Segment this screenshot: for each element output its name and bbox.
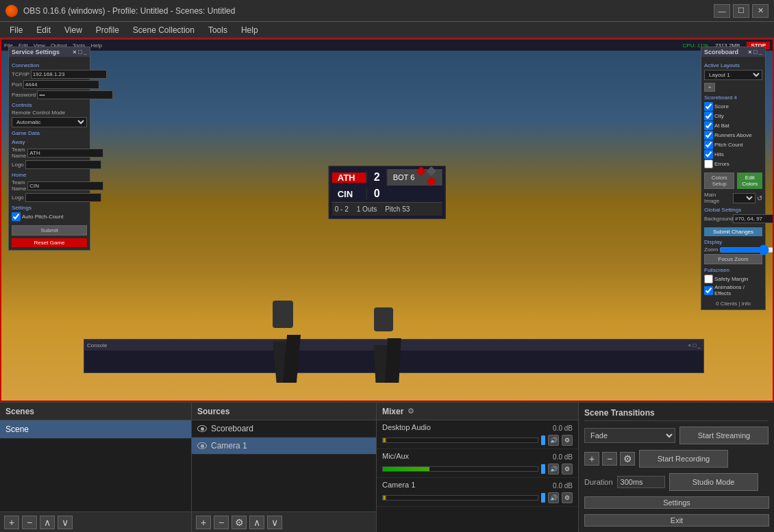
camera1-fader[interactable] [541, 493, 545, 503]
inner-submit-btn[interactable]: Submit [12, 225, 87, 236]
duration-input[interactable] [617, 476, 665, 488]
inner-reset-btn[interactable]: Reset Game [12, 238, 87, 247]
scene-remove-button[interactable]: − [22, 516, 37, 529]
scene-add-button[interactable]: + [4, 516, 19, 529]
source-up-button[interactable]: ∧ [249, 516, 264, 529]
score-bottom-row: 0 - 2 1 Outs Pitch 53 [332, 202, 442, 216]
menu-tools[interactable]: Tools [201, 22, 234, 38]
outs-info: 0 - 2 [335, 205, 349, 213]
inner-main-image-select[interactable] [733, 193, 756, 203]
inner-zoom-slider[interactable] [719, 247, 774, 253]
menu-profile[interactable]: Profile [89, 22, 126, 38]
desktop-audio-level [382, 438, 538, 443]
source-add-button[interactable]: + [196, 516, 211, 529]
inner-focus-zoom-btn[interactable]: Focus Zoom [704, 254, 762, 264]
inner-right-panel: Scoreboard × □ _ Active Layouts Layout 1… [701, 47, 766, 310]
inner-scoreboard-title: Scoreboard × □ _ [701, 47, 765, 57]
mic-aux-fader[interactable] [541, 464, 545, 474]
camera1-gear[interactable]: ⚙ [562, 492, 573, 503]
mic-aux-db: 0.0 dB [545, 453, 573, 461]
inner-mode-select[interactable]: Automatic [12, 117, 87, 127]
inner-add-layout-btn[interactable]: + [704, 83, 715, 92]
mixer-gear-icon[interactable]: ⚙ [408, 407, 414, 416]
source-down-button[interactable]: ∨ [267, 516, 282, 529]
inning-info: BOT 6 [387, 169, 442, 186]
inner-edit-colors-btn[interactable]: Edit Colors [737, 173, 762, 189]
fade-select[interactable]: Fade Cut Swipe Slide Fade to Color Luma … [584, 428, 675, 443]
inner-password-input[interactable] [37, 90, 113, 99]
inner-tcp-input[interactable] [31, 70, 107, 79]
transition-remove-button[interactable]: − [602, 452, 617, 466]
menu-view[interactable]: View [58, 22, 89, 38]
minimize-button[interactable]: — [714, 4, 730, 18]
inner-submit-changes-btn[interactable]: Submit Changes [704, 227, 762, 236]
start-streaming-button[interactable]: Start Streaming [679, 427, 769, 444]
source-item-scoreboard[interactable]: Scoreboard [192, 420, 376, 438]
studio-mode-button[interactable]: Studio Mode [669, 473, 758, 491]
mic-aux-mute[interactable]: 🔊 [548, 464, 559, 474]
home-score: 0 [366, 188, 387, 200]
inner-image-refresh[interactable]: ↺ [757, 194, 762, 202]
mic-aux-gear[interactable]: ⚙ [562, 464, 573, 474]
inner-left-panel: Service Settings × □ _ Connection TCP/IP… [8, 47, 90, 251]
player-silhouette-1 [271, 301, 326, 383]
transition-add-button[interactable]: + [584, 452, 599, 466]
menu-file[interactable]: File [3, 22, 29, 38]
cb-item1[interactable] [704, 102, 713, 111]
source-eye-camera1[interactable] [197, 442, 207, 449]
transitions-header: Scene Transitions [584, 408, 769, 421]
scoreboard-display: ATH 2 BOT 6 CIN 0 0 [329, 166, 446, 219]
scene-down-button[interactable]: ∨ [58, 516, 73, 529]
desktop-audio-fader[interactable] [541, 435, 545, 445]
menu-scene-collection[interactable]: Scene Collection [126, 22, 201, 38]
settings-button[interactable]: Settings [584, 496, 769, 509]
scene-up-button[interactable]: ∧ [40, 516, 55, 529]
inner-service-body: Connection TCP/IP Port Password Controls [9, 57, 90, 250]
sources-panel: Sources Scoreboard Camera 1 + − ⚙ ∧ ∨ [192, 403, 377, 532]
cb-atbat[interactable] [704, 121, 713, 130]
cb-animations[interactable] [704, 286, 713, 295]
bases-display [417, 168, 436, 187]
maximize-button[interactable]: ☐ [733, 4, 749, 18]
source-settings-button[interactable]: ⚙ [232, 516, 247, 529]
source-remove-button[interactable]: − [214, 516, 229, 529]
preview-area: File Edit View Output Tools Help CPU: 11… [0, 38, 774, 402]
cb-pitchcount[interactable] [704, 140, 713, 149]
inner-port-input[interactable] [23, 80, 99, 89]
cb-runnersabove[interactable] [704, 131, 713, 140]
inner-home-team[interactable] [27, 181, 103, 190]
start-recording-button[interactable]: Start Recording [639, 450, 728, 468]
source-eye-scoreboard[interactable] [197, 425, 207, 432]
cb-safety-margin[interactable] [704, 275, 713, 283]
mixer-channel-desktop: Desktop Audio 0.0 dB 🔊 ⚙ [377, 420, 578, 449]
inner-color-setup-btn[interactable]: Colors Setup [704, 173, 734, 189]
close-button[interactable]: ✕ [752, 4, 769, 18]
inner-away-team[interactable] [27, 149, 103, 157]
camera1-mute[interactable]: 🔊 [548, 492, 559, 503]
menu-edit[interactable]: Edit [29, 22, 58, 38]
menu-bar: File Edit View Profile Scene Collection … [0, 22, 774, 38]
transitions-panel: Scene Transitions Fade Cut Swipe Slide F… [579, 403, 774, 532]
exit-button[interactable]: Exit [584, 514, 769, 527]
inner-bg-color[interactable] [733, 214, 774, 223]
transition-gear-button[interactable]: ⚙ [620, 452, 635, 466]
cb-hits[interactable] [704, 150, 713, 159]
cb-city[interactable] [704, 112, 713, 121]
inner-autopitch-check[interactable] [12, 212, 21, 221]
menu-help[interactable]: Help [234, 22, 265, 38]
inner-help-menu[interactable]: Help [91, 42, 102, 49]
obs-preview: File Edit View Output Tools Help CPU: 11… [1, 40, 773, 401]
main-content: File Edit View Output Tools Help CPU: 11… [0, 38, 774, 532]
desktop-audio-gear[interactable]: ⚙ [562, 435, 573, 446]
desktop-audio-mute[interactable]: 🔊 [548, 435, 559, 446]
inner-home-logo[interactable] [25, 193, 101, 202]
inner-away-logo[interactable] [25, 160, 101, 169]
title-bar-controls: — ☐ ✕ [714, 4, 769, 18]
mic-aux-label: Mic/Aux [382, 452, 409, 460]
bottom-section: Scenes Scene + − ∧ ∨ Sources S [0, 402, 774, 532]
scene-item[interactable]: Scene [0, 420, 191, 439]
cb-errors[interactable] [704, 160, 713, 168]
inner-layout-select[interactable]: Layout 1 [704, 70, 762, 80]
mixer-panel: Mixer ⚙ Desktop Audio 0.0 dB 🔊 [377, 403, 579, 532]
source-item-camera1[interactable]: Camera 1 [192, 438, 376, 455]
